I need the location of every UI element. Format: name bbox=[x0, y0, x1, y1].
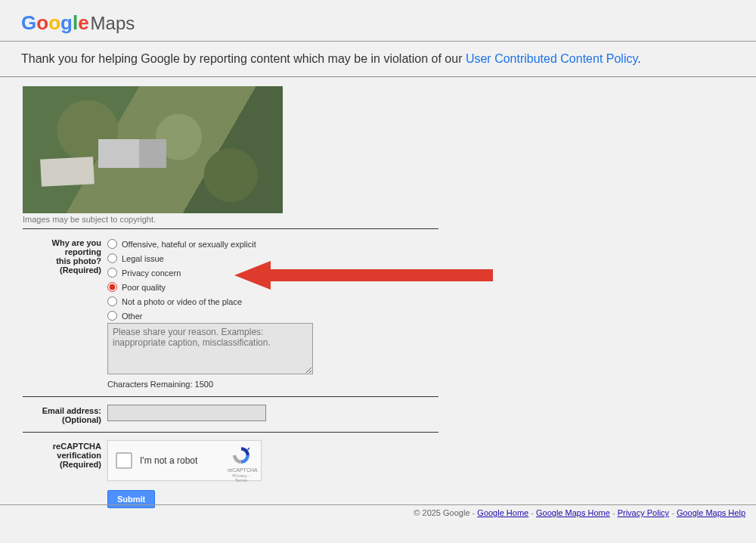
char-remaining: Characters Remaining: 1500 bbox=[107, 380, 438, 389]
email-input[interactable] bbox=[107, 405, 266, 421]
policy-link[interactable]: User Contributed Content Policy bbox=[466, 52, 637, 65]
intro-suffix: . bbox=[637, 52, 640, 65]
image-copyright: Images may be subject to copyright. bbox=[23, 215, 438, 229]
radio-other-input[interactable] bbox=[107, 311, 117, 321]
radio-quality[interactable]: Poor quality bbox=[107, 280, 438, 294]
svg-marker-0 bbox=[247, 447, 249, 449]
recaptcha-checkbox[interactable] bbox=[116, 452, 132, 469]
recaptcha-links[interactable]: Privacy - Terms bbox=[228, 473, 255, 482]
radio-notplace-label: Not a photo or video of the place bbox=[122, 297, 242, 306]
recaptcha-label: reCAPTCHA verification (Required) bbox=[23, 440, 107, 469]
email-label: Email address: (Optional) bbox=[23, 405, 107, 424]
reason-textarea[interactable] bbox=[107, 323, 313, 374]
radio-quality-input[interactable] bbox=[107, 282, 117, 292]
footer-link-google-home[interactable]: Google Home bbox=[477, 508, 528, 517]
intro-prefix: Thank you for helping Google by reportin… bbox=[21, 52, 466, 65]
radio-other[interactable]: Other bbox=[107, 309, 438, 323]
footer-link-maps-home[interactable]: Google Maps Home bbox=[536, 508, 610, 517]
radio-notplace-input[interactable] bbox=[107, 296, 117, 306]
recaptcha-icon bbox=[231, 445, 251, 465]
reported-image-thumb bbox=[23, 86, 283, 213]
report-form: Images may be subject to copyright. Why … bbox=[0, 77, 438, 516]
radio-offensive-label: Offensive, hateful or sexually explicit bbox=[122, 240, 256, 249]
intro-text: Thank you for helping Google by reportin… bbox=[0, 42, 756, 77]
radio-privacy[interactable]: Privacy concern bbox=[107, 265, 438, 280]
radio-quality-label: Poor quality bbox=[122, 283, 166, 292]
radio-legal-label: Legal issue bbox=[122, 254, 164, 263]
recaptcha-checkbox-label: I'm not a robot bbox=[140, 455, 197, 466]
radio-legal[interactable]: Legal issue bbox=[107, 251, 438, 265]
reason-label: Why are you reporting this photo? (Requi… bbox=[23, 237, 107, 275]
recaptcha-logo: reCAPTCHA Privacy - Terms bbox=[228, 445, 255, 482]
radio-offensive-input[interactable] bbox=[107, 239, 117, 249]
footer-copyright: © 2025 Google bbox=[414, 508, 469, 517]
radio-privacy-input[interactable] bbox=[107, 268, 117, 278]
footer-link-privacy[interactable]: Privacy Policy bbox=[618, 508, 669, 517]
radio-privacy-label: Privacy concern bbox=[122, 268, 181, 278]
radio-other-label: Other bbox=[122, 312, 143, 321]
page-footer: © 2025 Google - Google Home - Google Map… bbox=[0, 504, 756, 520]
radio-offensive[interactable]: Offensive, hateful or sexually explicit bbox=[107, 237, 438, 251]
app-header: GoogleMaps bbox=[0, 0, 756, 42]
recaptcha-widget: I'm not a robot reCAPTCHA Privacy - Term… bbox=[107, 440, 262, 481]
reason-row: Why are you reporting this photo? (Requi… bbox=[23, 229, 438, 397]
recaptcha-brand: reCAPTCHA bbox=[228, 467, 255, 473]
radio-notplace[interactable]: Not a photo or video of the place bbox=[107, 294, 438, 309]
google-maps-logo: GoogleMaps bbox=[21, 11, 135, 35]
email-row: Email address: (Optional) bbox=[23, 397, 438, 433]
recaptcha-row: reCAPTCHA verification (Required) I'm no… bbox=[23, 433, 438, 516]
footer-link-help[interactable]: Google Maps Help bbox=[677, 508, 745, 517]
radio-legal-input[interactable] bbox=[107, 253, 117, 263]
